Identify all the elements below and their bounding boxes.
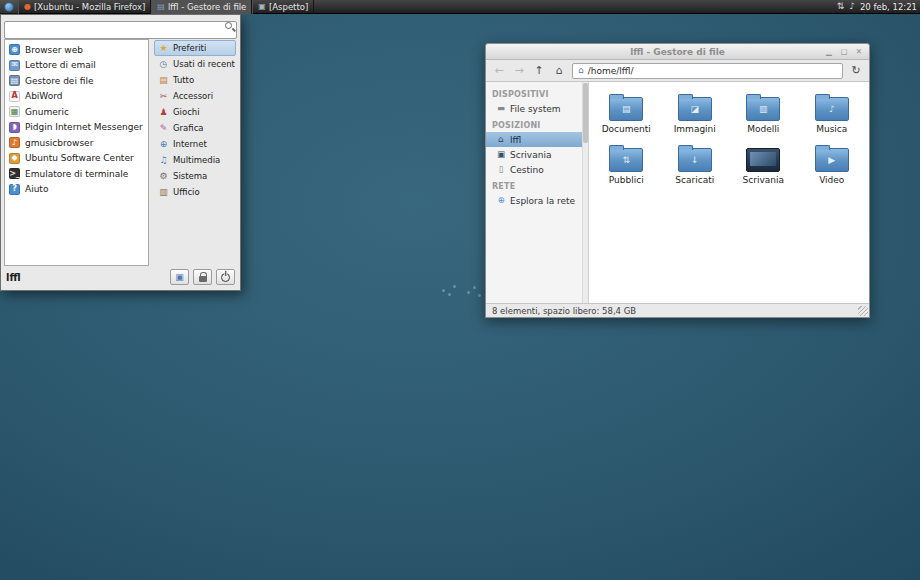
file-label: Video <box>819 175 844 185</box>
menu-item-pidgin[interactable]: ◗ Pidgin Internet Messenger <box>7 120 146 136</box>
folder-icon: ▥ <box>746 97 780 121</box>
search-input[interactable] <box>4 21 237 39</box>
maximize-button[interactable]: ▢ <box>839 46 849 57</box>
file-item-musica[interactable]: ♪ Musica <box>799 92 866 141</box>
web-browser-icon: ⊕ <box>9 44 20 55</box>
taskbar-item-file-manager[interactable]: ▤ lffl - Gestore di file <box>151 0 252 14</box>
file-item-scaricati[interactable]: ↓ Scaricati <box>662 143 729 192</box>
path-text: /home/lffl/ <box>588 66 634 76</box>
sidebar-item-file-system[interactable]: ▬ File system <box>486 101 582 116</box>
file-item-immagini[interactable]: ◪ Immagini <box>662 92 729 141</box>
menu-item-email-reader[interactable]: ✉ Lettore di email <box>7 58 146 74</box>
category-system[interactable]: ⚙ Sistema <box>154 168 236 184</box>
power-icon <box>221 273 230 282</box>
category-label: Ufficio <box>173 187 200 197</box>
software-center-icon: ◆ <box>9 153 20 164</box>
category-office[interactable]: ▥ Ufficio <box>154 184 236 200</box>
taskbar-item-label: [Xubuntu - Mozilla Firefox] <box>34 2 145 12</box>
category-internet[interactable]: ⊕ Internet <box>154 136 236 152</box>
wallpaper-dot <box>442 289 445 292</box>
folder-icon: ♪ <box>815 97 849 121</box>
category-all[interactable]: ▤ Tutto <box>154 72 236 88</box>
category-recently-used[interactable]: ◷ Usati di recente <box>154 56 236 72</box>
clock[interactable]: 20 feb, 12:21 <box>860 2 917 12</box>
graphics-icon: ✎ <box>158 124 169 133</box>
menu-item-browser-web[interactable]: ⊕ Browser web <box>7 42 146 58</box>
settings-icon: ▣ <box>175 272 184 282</box>
file-manager-icon: ▤ <box>157 3 165 11</box>
places-sidebar: DISPOSITIVI ▬ File system POSIZIONI ⌂ lf… <box>486 82 582 303</box>
menu-item-gmusicbrowser[interactable]: ♪ gmusicbrowser <box>7 135 146 151</box>
file-item-pubblici[interactable]: ⇅ Pubblici <box>593 143 660 192</box>
category-graphics[interactable]: ✎ Grafica <box>154 120 236 136</box>
category-multimedia[interactable]: ♫ Multimedia <box>154 152 236 168</box>
sidebar-scrollbar[interactable] <box>582 82 589 303</box>
menu-item-abiword[interactable]: A AbiWord <box>7 89 146 105</box>
menu-item-file-manager[interactable]: ▤ Gestore dei file <box>7 73 146 89</box>
close-button[interactable]: ✕ <box>854 46 864 57</box>
sidebar-item-label: Cestino <box>510 165 544 175</box>
file-label: Documenti <box>602 124 651 134</box>
volume-icon[interactable]: ♪ <box>849 2 855 11</box>
settings-button[interactable]: ▣ <box>170 269 189 285</box>
music-emblem-icon: ♪ <box>816 98 848 120</box>
firefox-icon: ● <box>24 3 31 11</box>
gmusicbrowser-icon: ♪ <box>9 137 20 148</box>
file-item-scrivania[interactable]: Scrivania <box>730 143 797 192</box>
file-label: Scrivania <box>743 175 784 185</box>
path-bar[interactable]: ⌂ /home/lffl/ <box>572 63 843 79</box>
favorites-list: ⊕ Browser web ✉ Lettore di email ▤ Gesto… <box>4 39 149 266</box>
menu-item-software-center[interactable]: ◆ Ubuntu Software Center <box>7 151 146 167</box>
home-button[interactable]: ⌂ <box>550 62 568 79</box>
sidebar-item-browse-network[interactable]: ⊕ Esplora la rete <box>486 193 582 208</box>
lock-screen-button[interactable] <box>193 269 212 285</box>
logout-button[interactable] <box>216 269 235 285</box>
terminal-icon: >_ <box>9 168 20 179</box>
reload-button[interactable]: ↻ <box>847 62 865 79</box>
forward-button[interactable]: → <box>510 62 528 79</box>
file-manager-icon: ▤ <box>9 75 20 86</box>
menu-item-help[interactable]: ? Aiuto <box>7 182 146 198</box>
back-button[interactable]: ← <box>490 62 508 79</box>
category-games[interactable]: ♟ Giochi <box>154 104 236 120</box>
file-item-modelli[interactable]: ▥ Modelli <box>730 92 797 141</box>
taskbar-item-firefox[interactable]: ● [Xubuntu - Mozilla Firefox] <box>18 0 151 14</box>
sidebar-item-home[interactable]: ⌂ lffl <box>486 132 582 147</box>
menu-item-gnumeric[interactable]: ▦ Gnumeric <box>7 104 146 120</box>
folder-icon: ↓ <box>678 148 712 172</box>
category-favorites[interactable]: ★ Preferiti <box>154 40 236 56</box>
email-icon: ✉ <box>9 60 20 71</box>
network-icon[interactable]: ⇅ <box>837 2 845 11</box>
taskbar-item-appearance[interactable]: ▣ [Aspetto] <box>252 0 314 14</box>
sidebar-item-trash[interactable]: ▯ Cestino <box>486 162 582 177</box>
desktop-emblem-icon <box>747 149 779 171</box>
sidebar-item-desktop[interactable]: ▣ Scrivania <box>486 147 582 162</box>
file-item-documenti[interactable]: ▤ Documenti <box>593 92 660 141</box>
scrollbar-thumb[interactable] <box>583 83 588 143</box>
menu-item-label: Aiuto <box>25 184 48 194</box>
status-text: 8 elementi, spazio libero: 58,4 GB <box>492 306 636 316</box>
sidebar-item-label: Scrivania <box>510 150 551 160</box>
category-label: Usati di recente <box>173 59 236 69</box>
wallpaper-dot <box>478 294 481 297</box>
menu-body: ⊕ Browser web ✉ Lettore di email ▤ Gesto… <box>4 39 237 266</box>
menu-item-label: Emulatore di terminale <box>25 169 128 179</box>
desktop-folder-icon <box>746 148 780 172</box>
menu-footer: lffl ▣ <box>4 266 237 287</box>
file-item-video[interactable]: ▶ Video <box>799 143 866 192</box>
category-accessories[interactable]: ✂ Accessori <box>154 88 236 104</box>
applications-menu-button[interactable] <box>0 0 18 14</box>
menu-item-terminal[interactable]: >_ Emulatore di terminale <box>7 166 146 182</box>
resize-grip[interactable] <box>858 306 868 316</box>
wallpaper-logo <box>438 282 486 300</box>
file-label: Modelli <box>747 124 779 134</box>
up-button[interactable]: ↑ <box>530 62 548 79</box>
menu-footer-buttons: ▣ <box>170 269 235 285</box>
file-label: Scaricati <box>675 175 714 185</box>
minimize-button[interactable]: ▁ <box>824 46 834 57</box>
category-label: Multimedia <box>173 155 220 165</box>
taskbar-item-label: [Aspetto] <box>269 2 308 12</box>
menu-item-label: Pidgin Internet Messenger <box>25 122 143 132</box>
window-titlebar[interactable]: lffl - Gestore di file ▁ ▢ ✕ <box>486 44 869 60</box>
sidebar-item-label: lffl <box>510 135 521 145</box>
